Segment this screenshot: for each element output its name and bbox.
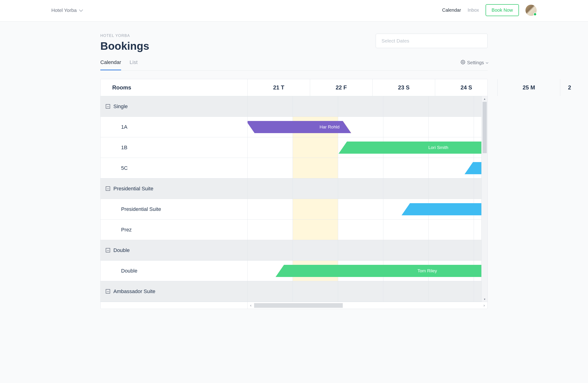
room-item[interactable]: 1A — [101, 117, 247, 137]
nav-inbox[interactable]: Inbox — [468, 7, 479, 13]
scroll-right-icon[interactable]: › — [481, 303, 487, 308]
room-item[interactable]: Presidential Suite — [101, 199, 247, 220]
scroll-left-icon[interactable]: ‹ — [248, 303, 254, 308]
room-item[interactable]: 5C — [101, 158, 247, 179]
day-header[interactable]: 24 S — [435, 79, 498, 96]
settings-dropdown[interactable]: Settings — [461, 60, 488, 70]
booking-bar[interactable]: Har Rohld — [248, 121, 351, 133]
booking-bar[interactable]: David Kleinfeld — [401, 203, 487, 215]
day-header[interactable]: 21 T — [248, 79, 310, 96]
day-header[interactable]: 25 M — [498, 79, 560, 96]
scroll-up-icon[interactable]: ▴ — [482, 96, 487, 101]
chevron-down-icon — [486, 61, 488, 64]
room-group[interactable]: Presidential Suite — [101, 179, 247, 199]
collapse-icon[interactable] — [106, 248, 110, 252]
room-group[interactable]: Ambassador Suite — [101, 281, 247, 302]
page-title: Bookings — [100, 40, 149, 52]
scrollbar-thumb[interactable] — [254, 303, 343, 308]
vertical-scrollbar[interactable]: ▴ ▾ — [481, 96, 487, 302]
day-header[interactable]: 23 S — [373, 79, 435, 96]
tab-calendar[interactable]: Calendar — [100, 59, 121, 70]
collapse-icon[interactable] — [106, 104, 110, 109]
book-now-button[interactable]: Book Now — [485, 4, 519, 16]
room-group[interactable]: Double — [101, 240, 247, 261]
chevron-down-icon — [79, 8, 83, 12]
room-item[interactable]: Double — [101, 261, 247, 281]
room-group[interactable]: Single — [101, 96, 247, 117]
day-header[interactable]: 22 F — [310, 79, 373, 96]
horizontal-scrollbar[interactable]: ‹ › — [101, 302, 487, 309]
settings-label: Settings — [467, 60, 484, 65]
booking-label: Lori Smith — [424, 145, 453, 150]
avatar[interactable] — [525, 5, 537, 16]
collapse-icon[interactable] — [106, 186, 110, 191]
scroll-down-icon[interactable]: ▾ — [482, 297, 487, 302]
tab-list[interactable]: List — [129, 59, 137, 70]
topbar: Hotel Yorba Calendar Inbox Book Now — [0, 0, 588, 22]
hotel-selector[interactable]: Hotel Yorba — [51, 7, 82, 13]
date-select[interactable]: Select Dates — [376, 34, 488, 48]
hotel-name: Hotel Yorba — [51, 7, 77, 13]
booking-label: Tom Riley — [413, 268, 441, 273]
scrollbar-thumb[interactable] — [483, 102, 487, 153]
gear-icon — [461, 60, 465, 66]
collapse-icon[interactable] — [106, 289, 110, 293]
booking-bar[interactable]: Tom Riley — [275, 265, 487, 277]
day-header[interactable]: 2 — [560, 79, 579, 96]
status-online-dot — [533, 13, 537, 16]
nav-calendar[interactable]: Calendar — [442, 7, 461, 13]
rooms-header: Rooms — [101, 79, 248, 96]
booking-bar[interactable]: Lori Smith — [338, 141, 487, 154]
calendar-grid: Rooms 21 T 22 F 23 S 24 S 25 M 2 Single … — [100, 79, 488, 309]
page-subtitle: HOTEL YORBA — [100, 34, 149, 38]
svg-point-0 — [462, 62, 463, 63]
room-item[interactable]: 1B — [101, 137, 247, 158]
room-item[interactable]: Prez — [101, 220, 247, 240]
